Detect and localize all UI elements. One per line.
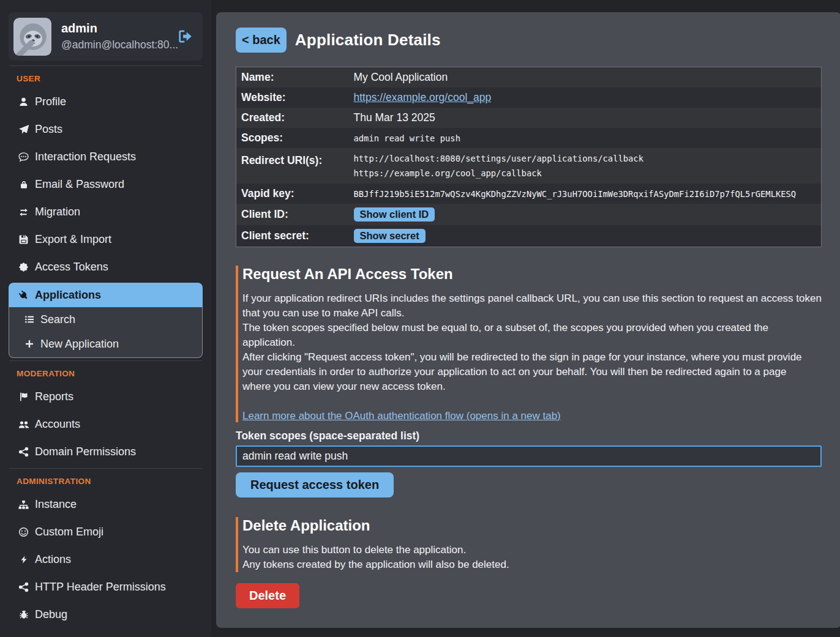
table-row: Created: Thu Mar 13 2025 xyxy=(236,108,822,128)
table-row: Client secret: Show secret xyxy=(236,225,822,247)
share-nodes-icon xyxy=(17,447,30,458)
lock-icon xyxy=(17,179,30,190)
comment-dots-icon xyxy=(17,152,30,163)
sidebar-divider xyxy=(9,65,202,66)
page-title: Application Details xyxy=(295,31,441,50)
sidebar-item-label: Actions xyxy=(35,553,71,566)
row-label: Client ID: xyxy=(236,204,349,225)
sidebar-item-label: Export & Import xyxy=(35,233,111,246)
user-card[interactable]: admin @admin@localhost:80... xyxy=(9,12,203,61)
row-label: Name: xyxy=(236,67,349,88)
list-icon xyxy=(23,314,36,325)
table-row: Vapid key: BBJffJ219b5iE512m7wQSzv4KgKDh… xyxy=(236,184,822,204)
sidebar-divider xyxy=(9,468,202,469)
redirect-uri: http://localhost:8080/settings/user/appl… xyxy=(354,151,816,166)
share-nodes-icon xyxy=(17,582,30,593)
sidebar-item-email-password[interactable]: Email & Password xyxy=(9,171,203,198)
sidebar-item-accounts[interactable]: Accounts xyxy=(9,411,203,438)
sidebar-item-label: Instance xyxy=(35,498,77,511)
section-paragraph-line: The token scopes specified below must be… xyxy=(242,321,822,335)
section-heading: Request An API Access Token xyxy=(242,266,822,283)
sidebar-item-reports[interactable]: Reports xyxy=(9,383,203,411)
sidebar: admin @admin@localhost:80... USER Profil… xyxy=(0,0,211,637)
sidebar-item-label: Access Tokens xyxy=(35,261,108,274)
section-paragraph-line: that you can use to make API calls. xyxy=(242,306,822,321)
section-line: Any tokens created by the application wi… xyxy=(242,557,822,572)
sidebar-divider xyxy=(9,360,202,361)
section-paragraph-line: If your application redirect URIs includ… xyxy=(242,291,822,306)
logout-icon[interactable] xyxy=(178,29,193,44)
avatar xyxy=(13,18,51,56)
delete-application-section: Delete Application You can use this butt… xyxy=(236,517,822,572)
sidebar-item-actions[interactable]: Actions xyxy=(9,546,203,573)
user-icon xyxy=(17,97,30,108)
username: admin xyxy=(61,21,178,35)
row-label: Redirect URI(s): xyxy=(236,148,349,184)
row-label: Created: xyxy=(236,108,349,128)
token-scopes-input[interactable] xyxy=(236,445,822,467)
sidebar-item-instance[interactable]: Instance xyxy=(9,491,203,518)
sidebar-item-applications[interactable]: Applications xyxy=(9,283,203,307)
request-access-token-button[interactable]: Request access token xyxy=(236,472,394,497)
table-row: Client ID: Show client ID xyxy=(236,204,822,225)
sidebar-item-migration[interactable]: Migration xyxy=(9,198,203,226)
sidebar-item-search[interactable]: Search xyxy=(9,307,202,332)
row-label: Vapid key: xyxy=(236,184,349,204)
back-button[interactable]: < back xyxy=(236,28,287,53)
table-row: Redirect URI(s): http://localhost:8080/s… xyxy=(236,148,822,184)
application-details-table: Name: My Cool Application Website: https… xyxy=(236,67,822,247)
sidebar-item-label: New Application xyxy=(40,338,119,351)
sidebar-item-label: Profile xyxy=(35,95,66,108)
token-scopes-label: Token scopes (space-separated list) xyxy=(236,430,822,442)
sidebar-item-http-header-permissions[interactable]: HTTP Header Permissions xyxy=(9,573,203,601)
token-request-section: Request An API Access Token If your appl… xyxy=(236,266,822,422)
website-link[interactable]: https://example.org/cool_app xyxy=(354,91,492,103)
sidebar-item-label: Accounts xyxy=(35,418,80,431)
section-paragraph-line: your credentials in order to authorize y… xyxy=(242,365,822,379)
row-value: BBJffJ219b5iE512m7wQSzv4KgKDhgZZVzNyWC_r… xyxy=(349,184,822,204)
arrows-left-right-icon xyxy=(17,207,30,218)
applications-block: Applications Search New Application xyxy=(9,283,203,358)
sidebar-item-label: Interaction Requests xyxy=(35,151,136,163)
show-client-id-button[interactable]: Show client ID xyxy=(354,207,435,222)
section-header-moderation: MODERATION xyxy=(17,368,195,379)
sidebar-item-profile[interactable]: Profile xyxy=(9,88,203,116)
sidebar-item-debug[interactable]: Debug xyxy=(9,601,203,628)
sidebar-item-label: HTTP Header Permissions xyxy=(35,581,166,594)
users-icon xyxy=(17,419,30,430)
sidebar-item-label: Posts xyxy=(35,123,62,136)
show-secret-button[interactable]: Show secret xyxy=(354,229,426,243)
sidebar-item-label: Domain Permissions xyxy=(35,445,136,458)
section-line: You can use this button to delete the ap… xyxy=(242,543,822,557)
section-header-user: USER xyxy=(17,73,195,84)
floppy-disk-icon xyxy=(17,234,30,245)
sidebar-item-label: Email & Password xyxy=(35,178,124,191)
delete-button[interactable]: Delete xyxy=(236,583,299,608)
sidebar-item-label: Custom Emoji xyxy=(35,526,103,538)
sidebar-item-interaction-requests[interactable]: Interaction Requests xyxy=(9,143,203,171)
sidebar-item-label: Migration xyxy=(35,206,80,218)
sidebar-item-posts[interactable]: Posts xyxy=(9,116,203,143)
flag-icon xyxy=(17,392,30,403)
main-area: < back Application Details Name: My Cool… xyxy=(211,0,840,637)
sidebar-item-domain-permissions[interactable]: Domain Permissions xyxy=(9,438,203,466)
row-label: Scopes: xyxy=(236,128,349,148)
sidebar-item-label: Reports xyxy=(35,390,73,403)
section-paragraph-line: application. xyxy=(242,335,822,350)
applications-submenu: Search New Application xyxy=(9,307,203,358)
row-value: admin read write push xyxy=(349,128,822,148)
bug-icon xyxy=(17,609,30,620)
user-handle: @admin@localhost:80... xyxy=(61,39,178,51)
section-paragraph-line: where you can view your new access token… xyxy=(242,379,822,394)
sidebar-item-new-application[interactable]: New Application xyxy=(9,332,202,356)
sidebar-item-export-import[interactable]: Export & Import xyxy=(9,226,203,253)
certificate-icon xyxy=(17,262,30,273)
sidebar-item-custom-emoji[interactable]: Custom Emoji xyxy=(9,518,203,546)
table-row: Scopes: admin read write push xyxy=(236,128,822,148)
row-value: My Cool Application xyxy=(349,67,822,88)
redirect-uri: https://example.org/cool_app/callback xyxy=(354,166,816,181)
sidebar-item-access-tokens[interactable]: Access Tokens xyxy=(9,253,203,281)
row-label: Client secret: xyxy=(236,225,349,247)
oauth-docs-link[interactable]: Learn more about the OAuth authenticatio… xyxy=(242,410,561,422)
table-row: Name: My Cool Application xyxy=(236,67,822,88)
